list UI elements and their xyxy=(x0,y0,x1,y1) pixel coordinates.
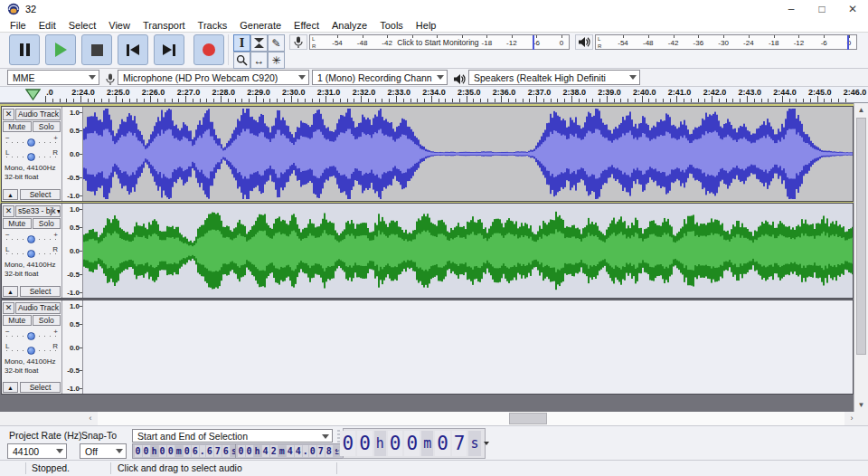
selection-end-field[interactable]: 00h42m44.078s xyxy=(235,443,350,459)
track-gain-slider[interactable]: −+ xyxy=(5,134,59,147)
play-meter-speaker-button[interactable] xyxy=(575,34,593,50)
meter-tick xyxy=(674,35,675,38)
stop-button[interactable] xyxy=(81,34,112,65)
track-pan-slider[interactable]: LR xyxy=(5,148,59,161)
recording-meter[interactable]: LR -54-48-42-18-12-60Click to Start Moni… xyxy=(309,34,570,50)
record-meter-mic-button[interactable] xyxy=(289,34,307,50)
track-close-button[interactable]: ✕ xyxy=(3,205,14,217)
timeline-tick xyxy=(501,96,502,102)
pause-button[interactable] xyxy=(9,34,40,65)
timeline-ruler[interactable]: .02:24.02:25.02:26.02:27.02:28.02:29.02:… xyxy=(0,87,868,103)
skip-to-end-button[interactable] xyxy=(154,34,184,65)
track-control-panel[interactable]: ✕Audio Track▼MuteSolo−+LRMono, 44100Hz32… xyxy=(2,300,62,394)
waveform-display[interactable] xyxy=(83,300,853,394)
play-button[interactable] xyxy=(45,34,76,65)
menu-file[interactable]: File xyxy=(4,18,33,33)
playback-meter[interactable]: LR -54-48-42-36-30-24-18-12-60 xyxy=(595,34,857,50)
draw-tool-button[interactable]: ✎ xyxy=(268,34,285,52)
playback-device-select[interactable]: Speakers (Realtek High Definiti xyxy=(468,70,640,85)
track-name-menu[interactable]: Audio Track▼ xyxy=(15,109,61,120)
scroll-left-arrow-icon[interactable]: ‹ xyxy=(83,412,98,425)
track-control-panel[interactable]: ✕Audio Track▼MuteSolo−+LRMono, 44100Hz32… xyxy=(2,107,62,201)
horizontal-scrollbar[interactable]: ‹ › xyxy=(0,412,868,426)
zoom-tool-button[interactable] xyxy=(233,52,250,69)
horizontal-scroll-thumb[interactable] xyxy=(509,413,547,424)
audio-track-row[interactable]: ✕Audio Track▼MuteSolo−+LRMono, 44100Hz32… xyxy=(1,300,854,395)
vertical-scroll-thumb[interactable] xyxy=(856,118,866,355)
minimize-button[interactable]: – xyxy=(776,0,807,18)
selection-start-field[interactable]: 00h00m06.676s xyxy=(132,443,247,459)
slider-thumb[interactable] xyxy=(27,332,35,340)
solo-button[interactable]: Solo xyxy=(33,315,61,326)
waveform-display[interactable] xyxy=(83,204,853,298)
track-close-button[interactable]: ✕ xyxy=(3,109,14,120)
horizontal-scroll-track[interactable] xyxy=(98,412,844,425)
slider-thumb[interactable] xyxy=(27,250,35,258)
menu-generate[interactable]: Generate xyxy=(233,18,288,33)
scroll-right-arrow-icon[interactable]: › xyxy=(844,412,859,425)
select-button[interactable]: Select xyxy=(20,189,61,200)
audio-track-row[interactable]: ✕Audio Track▼MuteSolo−+LRMono, 44100Hz32… xyxy=(1,106,854,202)
timeline-tick xyxy=(642,96,643,102)
scroll-up-arrow-icon[interactable]: ▲ xyxy=(854,103,868,117)
selection-tool-button[interactable]: I xyxy=(233,34,250,52)
scroll-down-arrow-icon[interactable]: ▼ xyxy=(854,398,868,412)
track-area[interactable]: ✕Audio Track▼MuteSolo−+LRMono, 44100Hz32… xyxy=(0,103,868,412)
mute-button[interactable]: Mute xyxy=(3,315,32,326)
timeline-tick xyxy=(551,99,552,102)
maximize-button[interactable]: □ xyxy=(807,0,837,18)
close-button[interactable]: ✕ xyxy=(837,0,868,18)
menu-help[interactable]: Help xyxy=(410,18,443,33)
pinned-play-head-icon[interactable] xyxy=(25,89,41,100)
record-button[interactable] xyxy=(193,34,224,65)
collapse-button[interactable]: ▲ xyxy=(3,286,18,297)
timeline-tick xyxy=(803,99,804,102)
slider-thumb[interactable] xyxy=(27,138,35,147)
timeline-tick xyxy=(340,99,341,102)
mute-button[interactable]: Mute xyxy=(3,218,32,229)
multi-tool-button[interactable]: ✳ xyxy=(268,52,285,69)
menu-effect[interactable]: Effect xyxy=(288,18,326,33)
skip-to-start-button[interactable] xyxy=(118,34,148,65)
track-pan-slider[interactable]: LR xyxy=(5,342,59,355)
time-digit: 6 xyxy=(206,445,213,457)
track-control-panel[interactable]: ✕s5e33 - bjk▼MuteSolo−+LRMono, 44100Hz32… xyxy=(2,204,62,298)
menu-select[interactable]: Select xyxy=(62,18,103,33)
menu-tools[interactable]: Tools xyxy=(373,18,410,33)
track-gain-slider[interactable]: −+ xyxy=(5,328,59,340)
track-name-menu[interactable]: Audio Track▼ xyxy=(15,302,61,314)
slider-thumb[interactable] xyxy=(27,235,35,243)
menu-transport[interactable]: Transport xyxy=(137,18,192,33)
audio-host-select[interactable]: MME xyxy=(7,70,99,85)
timeline-tick xyxy=(108,99,109,102)
menu-tracks[interactable]: Tracks xyxy=(192,18,234,33)
track-pan-slider[interactable]: LR xyxy=(5,245,59,258)
slider-thumb[interactable] xyxy=(27,153,35,161)
track-close-button[interactable]: ✕ xyxy=(3,302,14,314)
menu-edit[interactable]: Edit xyxy=(33,18,62,33)
recording-device-select[interactable]: Microphone (HD Pro Webcam C920) xyxy=(118,70,309,85)
waveform-display[interactable] xyxy=(83,107,853,201)
project-rate-select[interactable]: 44100 xyxy=(7,443,67,459)
select-button[interactable]: Select xyxy=(20,382,61,393)
timeline-tick xyxy=(614,99,615,102)
select-button[interactable]: Select xyxy=(20,286,61,297)
track-name-menu[interactable]: s5e33 - bjk▼ xyxy=(15,205,61,217)
envelope-tool-button[interactable] xyxy=(250,34,268,52)
collapse-button[interactable]: ▲ xyxy=(3,382,18,393)
mute-button[interactable]: Mute xyxy=(3,121,32,132)
slider-thumb[interactable] xyxy=(27,347,35,355)
collapse-button[interactable]: ▲ xyxy=(3,189,18,200)
selection-mode-select[interactable]: Start and End of Selection xyxy=(132,429,333,443)
menu-view[interactable]: View xyxy=(102,18,137,33)
vertical-scrollbar[interactable]: ▲ ▼ xyxy=(854,103,868,412)
audio-track-row[interactable]: ✕s5e33 - bjk▼MuteSolo−+LRMono, 44100Hz32… xyxy=(1,203,854,299)
menu-analyze[interactable]: Analyze xyxy=(326,18,373,33)
solo-button[interactable]: Solo xyxy=(33,218,61,229)
snap-to-select[interactable]: Off xyxy=(80,443,127,459)
audio-position-display[interactable]: 00h00m07s xyxy=(343,428,486,459)
recording-channels-select[interactable]: 1 (Mono) Recording Chann xyxy=(312,70,448,85)
solo-button[interactable]: Solo xyxy=(33,121,61,132)
timeshift-tool-button[interactable]: ↔ xyxy=(250,52,268,69)
track-gain-slider[interactable]: −+ xyxy=(5,231,59,243)
